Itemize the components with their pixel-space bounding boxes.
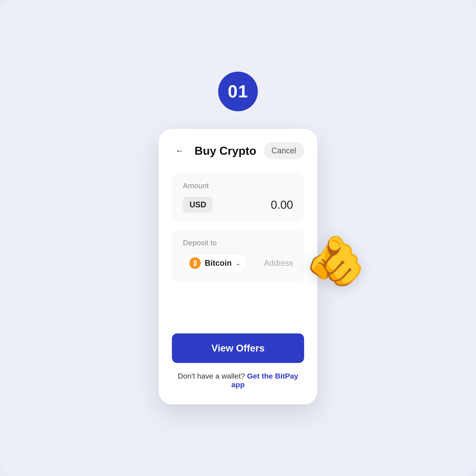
bitcoin-symbol: ₿: [193, 259, 197, 267]
no-wallet-text: Don't have a wallet?: [178, 372, 245, 380]
deposit-label: Deposit to: [183, 238, 293, 247]
card-header: ← Buy Crypto Cancel: [172, 142, 304, 159]
content-area: 01 ← Buy Crypto Cancel Amount USD: [159, 72, 317, 404]
bitcoin-icon: ₿: [189, 257, 201, 269]
phone-card-wrapper: ← Buy Crypto Cancel Amount USD 0.00 Depo…: [159, 129, 317, 404]
chevron-down-icon: ⌄: [236, 260, 241, 267]
amount-section: Amount USD 0.00: [172, 172, 304, 222]
crypto-name: Bitcoin: [205, 258, 232, 268]
currency-badge[interactable]: USD: [183, 197, 213, 213]
amount-value[interactable]: 0.00: [271, 198, 293, 211]
deposit-section: Deposit to ₿ Bitcoin ⌄ Address: [172, 230, 304, 281]
step-badge: 01: [218, 72, 258, 111]
amount-row: USD 0.00: [183, 197, 293, 213]
amount-label: Amount: [183, 181, 293, 190]
view-offers-button[interactable]: View Offers: [172, 333, 304, 363]
back-arrow-icon: ←: [175, 146, 184, 156]
wallet-text-row: Don't have a wallet? Get the BitPay app: [172, 372, 304, 389]
address-label[interactable]: Address: [264, 258, 293, 268]
page-background: 01 ← Buy Crypto Cancel Amount USD: [0, 0, 476, 476]
step-number: 01: [228, 81, 248, 102]
page-title: Buy Crypto: [195, 144, 256, 157]
back-button[interactable]: ←: [172, 143, 187, 158]
phone-card: ← Buy Crypto Cancel Amount USD 0.00 Depo…: [159, 129, 317, 404]
crypto-selector[interactable]: ₿ Bitcoin ⌄: [183, 254, 247, 272]
cancel-button[interactable]: Cancel: [264, 142, 304, 159]
content-spacer: [172, 289, 304, 333]
deposit-row: ₿ Bitcoin ⌄ Address: [183, 254, 293, 272]
